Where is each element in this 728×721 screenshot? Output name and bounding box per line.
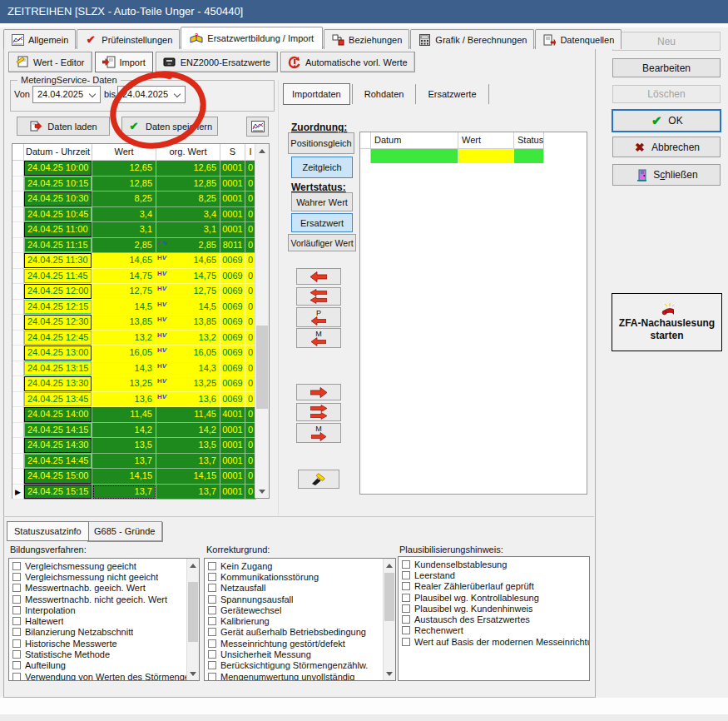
table-row[interactable]: 24.04.25 10:0012,6512,6500010 [12, 161, 269, 177]
von-date-combobox[interactable]: 24.04.2025 [32, 86, 101, 103]
checkbox-item[interactable]: Kundenselbstablesung [399, 559, 589, 569]
ersatzwert-button[interactable]: Ersatzwert [291, 213, 353, 232]
checkbox[interactable] [12, 650, 21, 659]
checkbox[interactable] [402, 615, 410, 624]
zeitgleich-button[interactable]: Zeitgleich [291, 157, 353, 178]
table-row[interactable]: 24.04.25 12:4513,213,2HV00690 [12, 331, 269, 346]
scrollbar-thumb[interactable] [256, 326, 268, 409]
table-row[interactable]: 24.04.25 10:1512,8512,8500010 [12, 177, 269, 192]
checkbox-item[interactable]: Plausibel wg. Kundenhinweis [399, 603, 589, 614]
tab-grafik-berechnungen[interactable]: Grafik / Berechnungen [410, 29, 534, 49]
scrollbar-thumb[interactable] [384, 573, 394, 621]
move-left-m-button[interactable]: M [296, 328, 341, 348]
checkbox[interactable] [12, 673, 21, 681]
wahrer-wert-button[interactable]: Wahrer Wert [291, 192, 353, 211]
checkbox-item[interactable]: Wert auf Basis der modernen Messeinricht… [399, 636, 589, 647]
chevron-down-icon[interactable] [89, 91, 96, 97]
table-row[interactable]: 24.04.25 14:3013,513,500010 [12, 438, 269, 454]
checkbox[interactable] [12, 639, 21, 648]
table-row[interactable]: 24.04.25 13:4513,613,6HV00690 [12, 392, 269, 408]
tab-enz2000-ersatzwerte[interactable]: ENZ2000-Ersatzwerte [156, 52, 278, 72]
clear-button[interactable] [298, 470, 339, 489]
abbrechen-button[interactable]: ✖ Abbrechen [612, 137, 721, 157]
schliessen-button[interactable]: Schließen [612, 164, 721, 186]
tab-datenquellen[interactable]: Datenquellen [535, 29, 622, 49]
checkbox-item[interactable]: Vergleichsmessung geeicht [9, 560, 199, 571]
tab-statuszusatzinfo[interactable]: Statuszusatzinfo [7, 521, 89, 541]
checkbox-item[interactable]: Leerstand [399, 569, 589, 580]
table-row[interactable]: 24.04.25 12:3013,8513,85HV00690 [12, 315, 269, 331]
scroll-up-icon[interactable] [384, 559, 395, 572]
list-scrollbar[interactable] [383, 559, 395, 680]
checkbox[interactable] [208, 617, 216, 625]
checkbox-item[interactable]: Interpolation [9, 604, 199, 615]
checkbox[interactable] [402, 582, 410, 590]
neu-button[interactable]: Neu [612, 32, 721, 51]
checkbox-item[interactable]: Mengenumwertung unvollständig [205, 671, 395, 681]
checkbox[interactable] [208, 573, 216, 581]
table-row[interactable]: 24.04.25 11:152,852,85Z∿80110 [12, 238, 269, 254]
checkbox-item[interactable]: Messeinrichtung gestört/defekt [205, 638, 395, 649]
checkbox-item[interactable]: Statistische Methode [9, 649, 199, 659]
table-scrollbar[interactable] [255, 144, 269, 498]
table-row[interactable]: 24.04.25 14:0011,4511,4540010 [12, 407, 269, 423]
move-left-p-button[interactable]: P [296, 307, 341, 327]
checkbox-item[interactable]: Haltewert [9, 615, 199, 626]
zfa-nachauslesung-button[interactable]: ZFA-Nachauslesung starten [612, 293, 722, 351]
checkbox[interactable] [402, 604, 410, 613]
move-right-m-button[interactable]: M [296, 423, 341, 443]
checkbox[interactable] [12, 573, 21, 581]
scroll-up-icon[interactable] [187, 559, 199, 572]
checkbox-item[interactable]: Historische Messwerte [9, 638, 199, 649]
table-row[interactable]: 24.04.25 14:1514,214,200010 [12, 423, 269, 439]
daten-laden-button[interactable]: Daten laden [17, 117, 110, 136]
checkbox-item[interactable]: Unsicherheit Messung [205, 649, 395, 659]
checkbox-item[interactable]: Realer Zählerüberlauf geprüft [399, 581, 589, 592]
scroll-down-icon[interactable] [187, 667, 199, 680]
move-right-button[interactable] [296, 384, 341, 400]
checkbox[interactable] [12, 661, 21, 669]
positionsgleich-button[interactable]: Positionsgleich [288, 132, 354, 154]
table-row[interactable]: 24.04.25 11:003,13,100010 [12, 222, 269, 238]
table-row[interactable]: ▶24.04.25 15:1513,713,700010 [12, 485, 269, 500]
table-row[interactable]: 24.04.25 12:0012,7512,75HV00690 [12, 284, 269, 300]
checkbox[interactable] [12, 595, 21, 604]
ok-button[interactable]: ✔ OK [612, 109, 721, 132]
checkbox[interactable] [208, 673, 216, 681]
tab-beziehungen[interactable]: Beziehungen [324, 29, 409, 49]
table-row[interactable]: 24.04.25 11:4514,7514,75HV00690 [12, 269, 269, 285]
tab-ersatzwerte[interactable]: Ersatzwerte [418, 89, 486, 99]
scroll-up-icon[interactable] [255, 144, 269, 157]
checkbox[interactable] [208, 639, 216, 648]
checkbox-item[interactable]: Spannungsausfall [205, 594, 395, 604]
table-row[interactable]: 24.04.25 14:4513,713,700010 [12, 454, 269, 470]
tab-g685-gruende[interactable]: G685 - Gründe [87, 521, 162, 541]
checkbox[interactable] [12, 584, 21, 592]
checkbox[interactable] [12, 617, 21, 625]
tab-pruefeinstellungen[interactable]: ✔ Prüfeinstellungen [77, 29, 180, 49]
checkbox[interactable] [12, 628, 21, 636]
table-row[interactable]: 24.04.25 13:0016,0516,05HV00690 [12, 346, 269, 361]
checkbox-item[interactable]: Verwendung von Werten des Störmenge [9, 671, 199, 681]
checkbox-item[interactable]: Vergleichsmessung nicht geeicht [9, 571, 199, 582]
checkbox-item[interactable]: Messwertnachb. geeich. Wert [9, 583, 199, 594]
checkbox-item[interactable]: Messwertnachb. nicht geeich. Wert [9, 594, 199, 604]
checkbox-item[interactable]: Netzausfall [205, 583, 395, 594]
checkbox-item[interactable]: Gerät außerhalb Betriebsbedingung [205, 627, 395, 638]
tab-import[interactable]: Import [95, 52, 153, 72]
table-row[interactable]: 24.04.25 12:1514,514,5HV00690 [12, 300, 269, 316]
checkbox[interactable] [402, 594, 410, 602]
checkbox[interactable] [208, 595, 216, 604]
move-left-button[interactable] [296, 268, 341, 285]
chart-view-button[interactable] [246, 117, 269, 137]
table-row[interactable]: 24.04.25 13:1514,314,3HV00690 [12, 361, 269, 377]
checkbox-item[interactable]: Kein Zugang [205, 560, 395, 571]
checkbox-item[interactable]: Kalibrierung [205, 615, 395, 626]
checkbox[interactable] [208, 628, 216, 636]
daten-speichern-button[interactable]: ✔ Daten speichern [121, 117, 218, 136]
tab-importdaten[interactable]: Importdaten [283, 83, 350, 105]
checkbox[interactable] [402, 560, 410, 569]
loeschen-button[interactable]: Löschen [612, 85, 721, 103]
chevron-down-icon[interactable] [174, 91, 181, 97]
bearbeiten-button[interactable]: Bearbeiten [612, 58, 721, 77]
